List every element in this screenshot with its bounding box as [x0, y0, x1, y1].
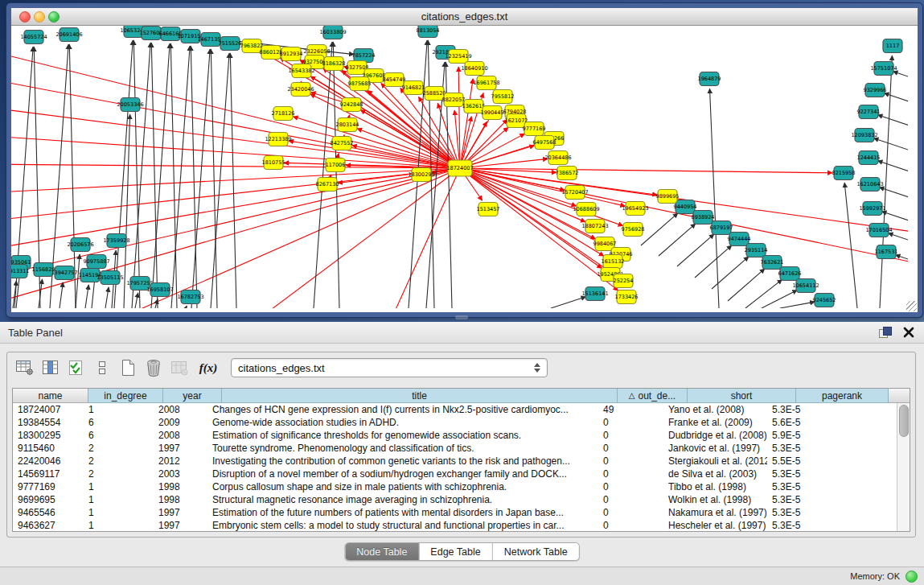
column-header-name[interactable]: name: [13, 389, 88, 403]
cell-pagerank[interactable]: 5.6E-5: [767, 416, 855, 429]
graph-node[interactable]: 1615132: [602, 255, 625, 269]
cell-year[interactable]: 1997: [154, 442, 207, 455]
graph-node[interactable]: 1167531: [875, 245, 898, 259]
graph-node[interactable]: 1117: [883, 39, 902, 53]
cell-name[interactable]: 9463627: [13, 519, 84, 532]
cell-out_degree[interactable]: 0: [598, 519, 663, 532]
cell-pagerank[interactable]: 5.3E-5: [767, 442, 855, 455]
cell-out_degree[interactable]: 0: [598, 429, 663, 442]
graph-node[interactable]: 16958107: [146, 283, 173, 297]
table-row[interactable]: 2242004622012Investigating the contribut…: [13, 455, 910, 468]
graph-node[interactable]: 9875685: [348, 77, 372, 91]
graph-node[interactable]: 252254: [614, 274, 634, 288]
cell-in_degree[interactable]: 2: [84, 468, 154, 480]
cell-short[interactable]: Tibbo et al. (1998): [663, 480, 767, 493]
graph-node[interactable]: 8267130: [316, 178, 339, 192]
close-window-icon[interactable]: [19, 11, 31, 23]
graph-node[interactable]: 9329966: [864, 84, 887, 97]
cell-year[interactable]: 1997: [154, 506, 207, 519]
cell-out_degree[interactable]: 0: [598, 506, 663, 519]
graph-node[interactable]: 20691406: [55, 28, 82, 42]
cell-name[interactable]: 18724007: [13, 403, 84, 416]
graph-node[interactable]: 9227341: [857, 105, 881, 119]
graph-node[interactable]: 16782753: [177, 290, 203, 304]
cell-title[interactable]: Disruption of a novel member of a sodium…: [207, 468, 598, 480]
table-row[interactable]: 1456911722003Disruption of a novel membe…: [13, 468, 910, 480]
graph-node[interactable]: 18724007: [446, 160, 473, 176]
graph-node[interactable]: 9242848: [340, 98, 363, 112]
graph-node[interactable]: 117006: [326, 159, 346, 172]
graph-node[interactable]: 6879197: [710, 221, 733, 235]
cell-short[interactable]: Nakamura et al. (1997): [663, 506, 767, 519]
cell-in_degree[interactable]: 1: [84, 519, 154, 532]
cell-name[interactable]: 14569117: [13, 468, 84, 480]
graph-node[interactable]: 1810755: [262, 156, 285, 170]
cell-out_degree[interactable]: 0: [598, 480, 663, 493]
cell-in_degree[interactable]: 6: [84, 416, 154, 429]
cell-short[interactable]: Franke et al. (2009): [663, 416, 767, 429]
cell-in_degree[interactable]: 2: [84, 455, 154, 468]
table-row[interactable]: 1938455462009Genome-wide association stu…: [13, 416, 910, 429]
cell-pagerank[interactable]: 5.3E-5: [767, 480, 855, 493]
column-header-short[interactable]: short: [688, 389, 796, 403]
cell-short[interactable]: Wolkin et al. (1998): [663, 493, 767, 506]
tab-network-table[interactable]: Network Table: [493, 543, 579, 560]
table-row[interactable]: 1830029562008Estimation of significance …: [13, 429, 910, 442]
column-header-in_degree[interactable]: in_degree: [88, 389, 163, 403]
graph-node[interactable]: 19654923: [622, 202, 648, 216]
graph-node[interactable]: 8215958: [832, 167, 856, 180]
delete-table-button[interactable]: [142, 356, 165, 379]
graph-node[interactable]: 17016504: [865, 224, 892, 237]
window-titlebar[interactable]: citations_edges.txt: [11, 8, 918, 26]
graph-node[interactable]: 23420046: [287, 83, 314, 97]
graph-node[interactable]: 14055724: [20, 31, 47, 44]
graph-node[interactable]: 8427552: [331, 137, 354, 150]
cell-short[interactable]: Stergiakouli et al. (2012): [663, 455, 767, 468]
graph-node[interactable]: 8938924: [692, 211, 715, 225]
graph-node[interactable]: 6497568: [533, 136, 556, 150]
graph-node[interactable]: 18640910: [461, 62, 487, 76]
graph-node[interactable]: 10688609: [573, 203, 599, 216]
table-row[interactable]: 977716911998Corpus callosum shape and si…: [13, 480, 910, 493]
cell-out_degree[interactable]: 0: [598, 416, 663, 429]
scrollbar-thumb[interactable]: [899, 405, 909, 437]
graph-node[interactable]: 16033809: [319, 26, 346, 39]
graph-node[interactable]: 1733426: [615, 290, 639, 304]
graph-node[interactable]: 9146821: [402, 81, 425, 95]
graph-node[interactable]: 2803144: [336, 118, 359, 132]
cell-title[interactable]: Genome-wide association studies in ADHD.: [207, 416, 598, 429]
column-header-pagerank[interactable]: pagerank: [796, 389, 889, 403]
graph-node[interactable]: 13942757: [51, 266, 77, 280]
cell-year[interactable]: 2008: [154, 403, 207, 416]
cell-short[interactable]: Yano et al. (2008): [663, 403, 767, 416]
cell-out_degree[interactable]: 0: [598, 455, 663, 468]
cell-title[interactable]: Tourette syndrome. Phenomenology and cla…: [207, 442, 598, 455]
graph-node[interactable]: 9756928: [622, 223, 645, 237]
table-row[interactable]: 946554611997Estimation of the future num…: [13, 506, 910, 519]
minimize-window-icon[interactable]: [34, 11, 45, 23]
column-header-title[interactable]: title: [222, 389, 618, 403]
graph-node[interactable]: 16961758: [473, 76, 499, 90]
graph-node[interactable]: 7386572: [556, 167, 579, 180]
graph-node[interactable]: 12213389: [265, 133, 291, 146]
graph-node[interactable]: 16210643: [856, 178, 883, 192]
table-row[interactable]: 969969511998Structural magnetic resonanc…: [13, 493, 910, 506]
cell-year[interactable]: 1997: [154, 519, 207, 532]
graph-node[interactable]: 6471626: [778, 267, 802, 281]
graph-node[interactable]: 7515526: [219, 37, 242, 51]
cell-title[interactable]: Embryonic stem cells: a model to study s…: [207, 519, 598, 532]
function-builder-button[interactable]: f(x): [197, 356, 220, 379]
graph-node[interactable]: 13505115: [97, 271, 123, 285]
cell-title[interactable]: Corpus callosum shape and size in male p…: [207, 480, 598, 493]
table-row[interactable]: 1872400712008Changes of HCN gene express…: [13, 403, 910, 416]
select-all-check-button[interactable]: [65, 356, 88, 379]
graph-node[interactable]: 15751074: [870, 62, 897, 76]
cell-in_degree[interactable]: 2: [84, 442, 154, 455]
cell-year[interactable]: 1998: [154, 493, 207, 506]
cell-title[interactable]: Investigating the contribution of common…: [207, 455, 598, 468]
graph-node[interactable]: 2935114: [745, 244, 768, 257]
cell-pagerank[interactable]: 5.3E-5: [767, 403, 855, 416]
cell-pagerank[interactable]: 5.3E-5: [767, 493, 855, 506]
close-panel-icon[interactable]: [903, 327, 914, 338]
tab-edge-table[interactable]: Edge Table: [419, 543, 492, 560]
